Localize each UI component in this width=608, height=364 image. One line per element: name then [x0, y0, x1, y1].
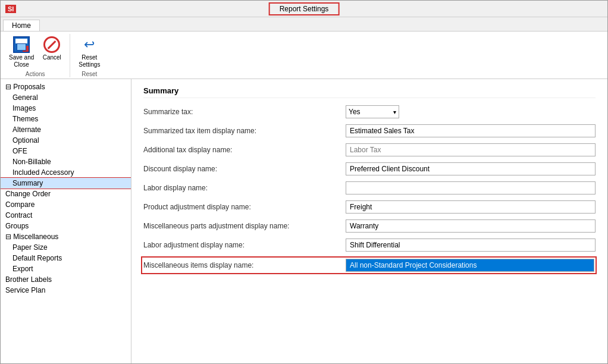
sidebar-item-themes[interactable]: Themes — [1, 114, 131, 124]
sidebar-item-images[interactable]: Images — [1, 103, 131, 114]
input-labor[interactable] — [346, 181, 596, 194]
ribbon-buttons: Save andClose Cancel Actions — [5, 34, 603, 77]
tab-home[interactable]: Home — [3, 20, 40, 31]
input-additional-tax[interactable] — [346, 143, 596, 156]
save-close-button[interactable]: Save andClose — [5, 34, 37, 70]
cancel-button[interactable]: Cancel — [39, 34, 65, 62]
select-summarize-tax[interactable]: Yes ▾ — [346, 105, 399, 118]
control-product-adjustment — [346, 200, 596, 214]
cancel-circle-icon — [43, 36, 60, 53]
ribbon-group-reset-buttons: ↩ ResetSettings — [75, 34, 104, 70]
input-product-adjustment[interactable] — [346, 200, 596, 214]
form-row-misc-parts-adjustment: Miscellaneous parts adjustment display n… — [143, 219, 596, 233]
app-logo: SI — [5, 5, 16, 13]
label-labor-adjustment: Labor adjustment display name: — [143, 241, 346, 249]
form-row-labor: Labor display name: — [143, 181, 596, 194]
sidebar-item-compare[interactable]: Compare — [1, 199, 131, 210]
sidebar-item-export[interactable]: Export — [1, 263, 131, 274]
sidebar-item-default-reports[interactable]: Default Reports — [1, 253, 131, 263]
sidebar-item-ofe[interactable]: OFE — [1, 146, 131, 156]
save-icon — [12, 35, 31, 54]
control-summarized-tax-item — [346, 124, 596, 137]
control-labor-adjustment — [346, 239, 596, 252]
sidebar-item-change-order[interactable]: Change Order — [1, 189, 131, 199]
control-additional-tax — [346, 143, 596, 156]
input-labor-adjustment[interactable] — [346, 239, 596, 252]
form-row-discount: Discount display name: — [143, 162, 596, 175]
chevron-down-icon: ▾ — [393, 109, 396, 115]
select-value-summarize-tax: Yes — [349, 108, 361, 116]
sidebar-item-included-accessory[interactable]: Included Accessory — [1, 167, 131, 178]
sidebar-item-alternate[interactable]: Alternate — [1, 124, 131, 135]
label-additional-tax: Additional tax display name: — [143, 146, 346, 154]
form-row-product-adjustment: Product adjustment display name: — [143, 200, 596, 214]
reset-icon: ↩ — [80, 35, 99, 54]
label-misc-parts-adjustment: Miscellaneous parts adjustment display n… — [143, 222, 346, 230]
sidebar-item-general[interactable]: General — [1, 92, 131, 103]
label-summarize-tax: Summarize tax: — [143, 108, 346, 116]
label-discount: Discount display name: — [143, 165, 346, 173]
reset-arrow-icon: ↩ — [84, 37, 95, 52]
sidebar-item-service-plan[interactable]: Service Plan — [1, 285, 131, 296]
title-bar: SI Report Settings — [1, 1, 607, 17]
form-row-summarized-tax-item: Summarized tax item display name: — [143, 124, 596, 137]
control-labor — [346, 181, 596, 194]
form-row-summarize-tax: Summarize tax: Yes ▾ — [143, 105, 596, 118]
input-summarized-tax-item[interactable] — [346, 124, 596, 137]
tab-bar: Home — [1, 17, 607, 32]
form-row-labor-adjustment: Labor adjustment display name: — [143, 239, 596, 252]
save-icon-accent — [23, 46, 29, 52]
content-title: Summary — [143, 86, 596, 98]
control-discount — [346, 162, 596, 175]
control-misc-parts-adjustment — [346, 219, 596, 233]
label-misc-items: Miscellaneous items display name: — [143, 261, 346, 269]
ribbon-group-actions-buttons: Save andClose Cancel — [5, 34, 65, 70]
control-misc-items — [346, 259, 594, 272]
input-misc-parts-adjustment[interactable] — [346, 219, 596, 233]
form-row-additional-tax: Additional tax display name: — [143, 143, 596, 156]
sidebar: ⊟ Proposals General Images Themes Altern… — [1, 79, 131, 363]
reset-group-label: Reset — [82, 71, 97, 77]
sidebar-item-paper-size[interactable]: Paper Size — [1, 242, 131, 253]
ribbon-group-actions: Save andClose Cancel Actions — [5, 34, 70, 77]
report-settings-label: Report Settings — [269, 2, 340, 15]
save-close-label: Save andClose — [9, 54, 34, 68]
main-area: ⊟ Proposals General Images Themes Altern… — [1, 79, 607, 363]
control-summarize-tax: Yes ▾ — [346, 105, 596, 118]
sidebar-item-miscellaneous[interactable]: ⊟ Miscellaneous — [1, 231, 131, 242]
label-labor: Labor display name: — [143, 184, 346, 192]
input-discount[interactable] — [346, 162, 596, 175]
reset-settings-button[interactable]: ↩ ResetSettings — [75, 34, 104, 70]
sidebar-item-optional[interactable]: Optional — [1, 135, 131, 146]
sidebar-item-proposals[interactable]: ⊟ Proposals — [1, 81, 131, 92]
cancel-label: Cancel — [43, 54, 61, 61]
sidebar-item-non-billable[interactable]: Non-Billable — [1, 156, 131, 167]
sidebar-item-brother-labels[interactable]: Brother Labels — [1, 274, 131, 285]
sidebar-item-summary[interactable]: Summary — [1, 178, 131, 189]
label-product-adjustment: Product adjustment display name: — [143, 203, 346, 211]
ribbon: Save andClose Cancel Actions — [1, 32, 607, 79]
sidebar-item-contract[interactable]: Contract — [1, 210, 131, 221]
floppy-disk-icon — [13, 36, 30, 53]
sidebar-item-groups[interactable]: Groups — [1, 221, 131, 231]
cancel-icon — [42, 35, 61, 54]
app-window: SI Report Settings Home — [0, 0, 608, 364]
ribbon-group-reset: ↩ ResetSettings Reset — [75, 34, 108, 77]
form-row-misc-items: Miscellaneous items display name: — [142, 258, 596, 273]
cancel-line-icon — [48, 40, 57, 49]
label-summarized-tax-item: Summarized tax item display name: — [143, 127, 346, 135]
reset-settings-label: ResetSettings — [79, 54, 100, 68]
content-area: Summary Summarize tax: Yes ▾ Summarized … — [131, 79, 607, 363]
actions-group-label: Actions — [26, 71, 45, 77]
input-misc-items[interactable] — [346, 259, 594, 272]
